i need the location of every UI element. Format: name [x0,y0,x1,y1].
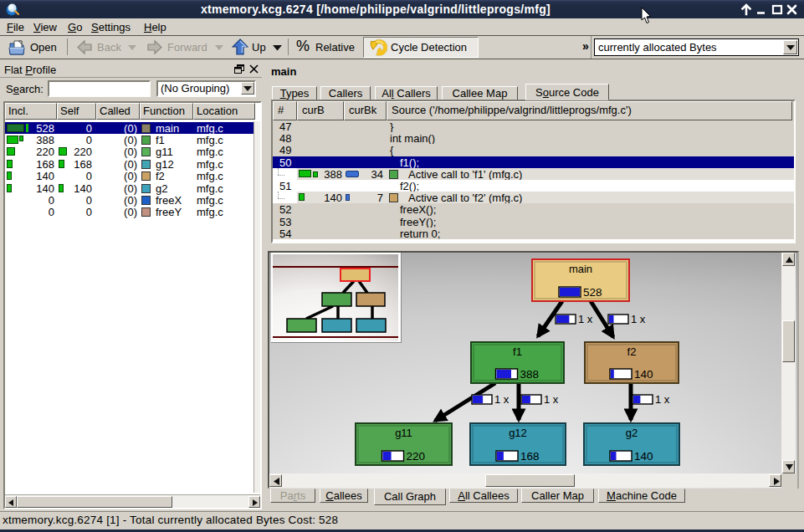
svg-text:g2: g2 [626,427,638,439]
svg-text:1 x: 1 x [655,393,670,406]
svg-text:main: main [569,263,592,275]
svg-text:1 x: 1 x [494,393,510,406]
svg-text:1 x: 1 x [544,393,559,406]
svg-text:f2: f2 [627,345,637,358]
svg-text:140: 140 [634,368,653,381]
svg-text:1 x: 1 x [631,313,646,325]
svg-text:f1: f1 [513,345,522,358]
svg-text:220: 220 [407,450,426,463]
svg-text:1 x: 1 x [578,313,593,325]
svg-text:528: 528 [583,286,602,299]
svg-text:388: 388 [520,368,540,381]
svg-text:g11: g11 [395,427,412,439]
svg-text:168: 168 [520,450,540,463]
svg-text:140: 140 [634,450,653,463]
svg-text:g12: g12 [509,427,527,439]
